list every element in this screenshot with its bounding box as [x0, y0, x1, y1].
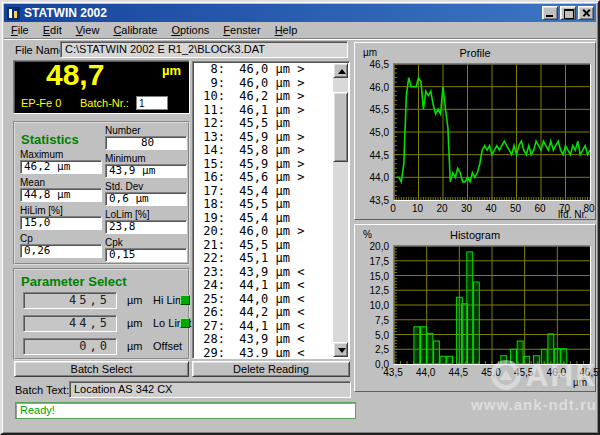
y-tick-label: 5,0 — [357, 330, 389, 341]
stat-minimum: Minimum43,9 µm — [105, 153, 187, 178]
y-tick-label: 10,0 — [357, 300, 389, 311]
scrollbar-thumb[interactable] — [333, 92, 348, 162]
stat-value: 0,15 — [105, 248, 187, 262]
lo-limit-field[interactable]: 44,5 — [23, 315, 117, 332]
reading-row[interactable]: 23: 43,9 µm < — [196, 266, 332, 280]
menu-fenster[interactable]: Fenster — [216, 23, 267, 37]
reading-row[interactable]: 16: 45,6 µm > — [196, 171, 332, 185]
param-unit: µm — [127, 317, 143, 329]
y-tick-label: 20,0 — [357, 241, 389, 252]
window-controls — [542, 6, 594, 20]
stat-value: 43,9 µm — [105, 164, 187, 178]
stat-lolim-: LoLim [%]23,8 — [105, 209, 187, 234]
reading-row[interactable]: 25: 44,0 µm < — [196, 293, 332, 307]
reading-row[interactable]: 12: 45,5 µm — [196, 117, 332, 131]
reading-row[interactable]: 22: 45,1 µm — [196, 252, 332, 266]
reading-row[interactable]: 9: 46,0 µm > — [196, 77, 332, 91]
minimize-button-icon[interactable] — [542, 6, 558, 20]
statistics-right-column: Number80Minimum43,9 µmStd. Dev0,6 µmLoLi… — [105, 125, 187, 265]
menu-view[interactable]: View — [69, 23, 107, 37]
maximize-button-icon[interactable] — [560, 6, 576, 20]
stat-label: Cpk — [105, 237, 187, 248]
stat-std-dev: Std. Dev0,6 µm — [105, 181, 187, 206]
statistics-group: Statistics Maximum46,2 µmMean44,8 µmHiLi… — [13, 121, 190, 265]
reading-row[interactable]: 13: 45,9 µm > — [196, 131, 332, 145]
parameter-select-group: Parameter Select 45,5µmHi Limit44,5µmLo … — [13, 268, 190, 360]
stat-label: Minimum — [105, 153, 187, 164]
y-tick-label: 12,5 — [357, 285, 389, 296]
menu-file[interactable]: File — [4, 23, 36, 37]
reading-row[interactable]: 27: 44,1 µm < — [196, 320, 332, 334]
scroll-up-icon[interactable] — [333, 63, 348, 78]
batch-select-button[interactable]: Batch Select — [14, 361, 189, 377]
x-tick-label: 46,0 — [541, 367, 571, 378]
y-tick-label: 7,5 — [357, 315, 389, 326]
histogram-chart-panel: % Histogram µm 0,02,55,07,510,012,515,01… — [354, 224, 596, 392]
reading-row[interactable]: 8: 46,0 µm > — [196, 63, 332, 77]
y-tick-label: 44,0 — [357, 172, 389, 183]
reading-row[interactable]: 28: 43,9 µm < — [196, 333, 332, 347]
param-row-offset: 0,0µmOffset — [15, 338, 188, 355]
reading-row[interactable]: 17: 45,4 µm — [196, 185, 332, 199]
reading-row[interactable]: 18: 45,5 µm — [196, 198, 332, 212]
stat-value: 44,8 µm — [20, 188, 102, 202]
file-name-field[interactable]: C:\STATWIN 2002 E R1_2\BLOCK3.DAT — [60, 41, 348, 58]
stat-label: Maximum — [20, 149, 102, 160]
stat-label: LoLim [%] — [105, 209, 187, 220]
reading-row[interactable]: 20: 46,0 µm > — [196, 225, 332, 239]
hi-limit-led-icon — [180, 295, 190, 305]
stat-label: Mean — [20, 177, 102, 188]
y-tick-label: 44,5 — [357, 150, 389, 161]
y-tick-label: 17,5 — [357, 256, 389, 267]
y-tick-label: 46,5 — [357, 59, 389, 70]
window-title: STATWIN 2002 — [24, 6, 107, 20]
title-bar[interactable]: STATWIN 2002 — [4, 4, 596, 22]
batch-nr-label: Batch-Nr.: — [80, 97, 129, 109]
menu-help[interactable]: Help — [268, 23, 305, 37]
menu-options[interactable]: Options — [164, 23, 216, 37]
stat-value: 46,2 µm — [20, 160, 102, 174]
statistics-left-column: Maximum46,2 µmMean44,8 µmHiLim [%]15,0Cp… — [20, 149, 102, 261]
watermark-url: www.ank-ndt.ru — [435, 396, 597, 413]
stat-hilim-: HiLim [%]15,0 — [20, 205, 102, 230]
readings-list[interactable]: 8: 46,0 µm > 9: 46,0 µm > 10: 46,2 µm > … — [192, 61, 350, 359]
hi-limit-field[interactable]: 45,5 — [23, 292, 117, 309]
y-tick-label: 46,0 — [357, 82, 389, 93]
statistics-heading: Statistics — [21, 132, 79, 147]
param-row-hi-limit: 45,5µmHi Limit — [15, 292, 188, 309]
stat-label: Number — [105, 125, 187, 136]
reading-row[interactable]: 10: 46,2 µm > — [196, 90, 332, 104]
x-tick-label: 44,0 — [411, 367, 441, 378]
x-tick-label: 45,5 — [509, 367, 539, 378]
y-tick-label: 45,0 — [357, 127, 389, 138]
reading-display: µm 48,7 EP-Fe 0 Batch-Nr.: — [13, 60, 190, 114]
batch-text-field[interactable]: Location AS 342 CX — [69, 381, 351, 398]
stat-cpk: Cpk0,15 — [105, 237, 187, 262]
histogram-x-label: µm — [573, 377, 587, 388]
reading-row[interactable]: 19: 45,4 µm — [196, 212, 332, 226]
menu-edit[interactable]: Edit — [36, 23, 69, 37]
reading-row[interactable]: 26: 44,2 µm < — [196, 306, 332, 320]
reading-row[interactable]: 29: 43,9 µm < — [196, 347, 332, 358]
close-button-icon[interactable] — [578, 6, 594, 20]
reading-row[interactable]: 15: 45,9 µm > — [196, 158, 332, 172]
readings-scrollbar[interactable] — [333, 63, 348, 357]
profile-plot — [393, 63, 591, 201]
x-tick-label: 44,5 — [443, 367, 473, 378]
probe-label: EP-Fe 0 — [21, 97, 61, 109]
reading-row[interactable]: 11: 46,1 µm > — [196, 104, 332, 118]
batch-nr-input[interactable] — [136, 96, 168, 110]
menu-calibrate[interactable]: Calibrate — [106, 23, 164, 37]
y-tick-label: 15,0 — [357, 271, 389, 282]
offset-field[interactable]: 0,0 — [23, 338, 117, 355]
reading-row[interactable]: 14: 45,8 µm > — [196, 144, 332, 158]
status-bar: Ready! — [15, 402, 356, 419]
reading-row[interactable]: 21: 45,5 µm — [196, 239, 332, 253]
delete-reading-button[interactable]: Delete Reading — [192, 361, 350, 377]
reading-row[interactable]: 24: 44,1 µm < — [196, 279, 332, 293]
x-tick-label: 80 — [574, 203, 600, 214]
stat-value: 15,0 — [20, 216, 102, 230]
histogram-title: Histogram — [355, 229, 595, 241]
scroll-down-icon[interactable] — [333, 342, 348, 357]
display-unit: µm — [162, 63, 181, 78]
